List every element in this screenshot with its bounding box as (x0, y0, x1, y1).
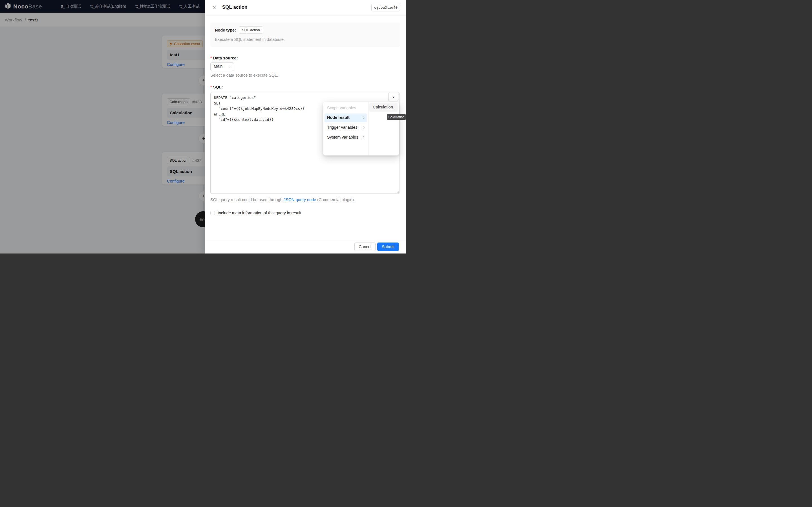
chevron-right-icon (362, 136, 364, 138)
variable-dropdown-menu: Scope variables Node result Trigger vari… (323, 102, 399, 156)
menu-group-scope-variables: Scope variables (327, 106, 356, 110)
node-type-value-tag: SQL action (239, 26, 263, 34)
data-source-select-value: Main (214, 64, 222, 68)
chevron-right-icon (362, 117, 364, 119)
node-type-description: Execute a SQL statement in database. (215, 37, 285, 42)
app-window: NocoBase tt_自动测试 tt_兼容测试(English) tt_性能&… (0, 0, 406, 253)
sql-result-help-text: SQL query result could be used through J… (210, 198, 355, 202)
data-source-select[interactable]: Main (210, 62, 234, 71)
data-source-help-text: Select a data source to execute SQL. (210, 73, 278, 77)
close-icon[interactable]: × (211, 4, 218, 11)
meta-checkbox[interactable] (210, 211, 215, 215)
menu-item-trigger-variables[interactable]: Trigger variables (324, 123, 367, 132)
menu-item-system-variables[interactable]: System variables (324, 133, 367, 142)
cancel-button[interactable]: Cancel (354, 242, 375, 251)
drawer-footer: Cancel Submit (205, 240, 406, 253)
meta-option-row: Include meta information of this query i… (210, 211, 301, 215)
drawer-title: SQL action (222, 4, 247, 10)
insert-variable-button[interactable]: x (388, 93, 398, 101)
menu-divider (368, 102, 368, 156)
meta-checkbox-label: Include meta information of this query i… (218, 211, 301, 215)
sql-label: *SQL: (210, 85, 223, 89)
chevron-right-icon (362, 126, 364, 129)
node-key-tag[interactable]: ojcbu3taw40 (371, 4, 400, 11)
submit-button[interactable]: Submit (377, 242, 399, 251)
node-type-label: Node type: (215, 28, 236, 33)
textarea-resize-handle[interactable] (396, 190, 399, 193)
calculation-tooltip: Calculation (387, 114, 406, 120)
json-query-node-link[interactable]: JSON query node (284, 198, 316, 202)
required-mark: * (210, 85, 212, 89)
node-type-panel: Node type: SQL action Execute a SQL stat… (210, 22, 400, 47)
required-mark: * (210, 56, 212, 60)
drawer-mask[interactable] (0, 0, 205, 253)
chevron-down-icon (229, 66, 231, 68)
data-source-label: *Data source: (210, 56, 238, 60)
drawer-header: × SQL action ojcbu3taw40 (205, 0, 406, 15)
menu-item-node-result[interactable]: Node result (324, 114, 367, 122)
submenu-item-calculation[interactable]: Calculation (369, 103, 398, 112)
